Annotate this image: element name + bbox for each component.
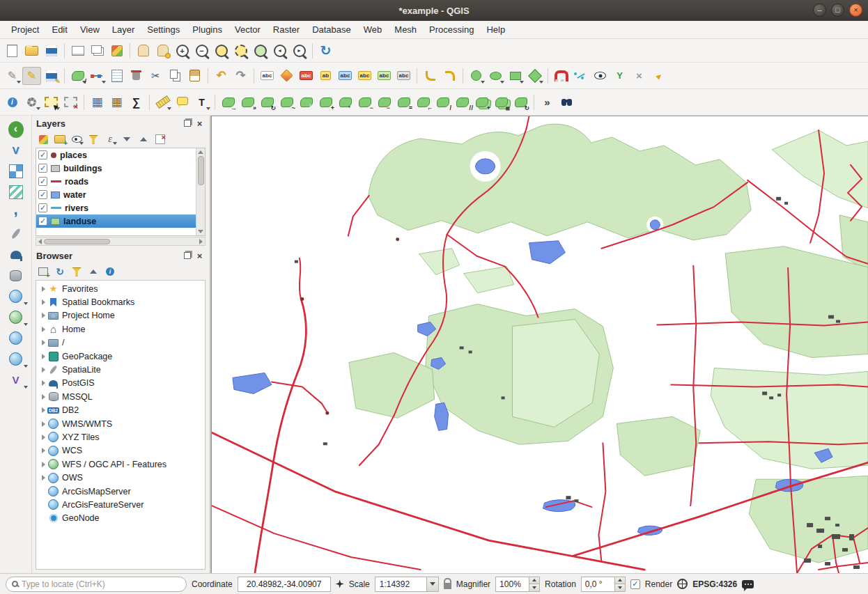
locator-search[interactable] (6, 577, 187, 592)
expander-icon[interactable] (39, 475, 47, 480)
digitize-regular-polygon-icon[interactable] (525, 67, 544, 85)
pin-labels-icon[interactable] (297, 67, 316, 85)
zoom-last-icon[interactable] (270, 42, 289, 60)
crs-icon[interactable] (677, 579, 688, 589)
filter-browser-icon[interactable] (69, 265, 84, 279)
spinner-buttons[interactable] (529, 577, 539, 591)
collapse-all-icon[interactable] (86, 265, 101, 279)
fill-ring-icon[interactable] (336, 93, 355, 111)
digitize-rectangle-icon[interactable] (506, 67, 525, 85)
refresh-map-icon[interactable] (316, 42, 335, 60)
zoom-out-icon[interactable] (192, 42, 211, 60)
menu-raster[interactable]: Raster (268, 22, 305, 37)
layer-checkbox[interactable] (38, 217, 47, 226)
scroll-up-icon[interactable] (198, 150, 203, 154)
run-feature-action-icon[interactable] (22, 93, 41, 111)
menu-database[interactable]: Database (307, 22, 357, 37)
browser-item-project-home[interactable]: Project Home (36, 309, 205, 322)
open-attribute-table-icon[interactable] (88, 93, 107, 111)
toolbar-overflow-icon[interactable] (538, 93, 557, 111)
expand-all-icon[interactable] (119, 132, 134, 146)
style-manager-icon[interactable] (107, 42, 126, 60)
data-source-manager-icon[interactable] (3, 119, 29, 139)
identify-features-icon[interactable] (3, 93, 22, 111)
select-features-icon[interactable] (42, 93, 61, 111)
layer-checkbox[interactable] (38, 203, 47, 212)
expander-icon[interactable] (39, 380, 47, 386)
menu-processing[interactable]: Processing (424, 22, 479, 37)
merge-features-icon[interactable] (472, 93, 491, 111)
digitize-with-segment-icon[interactable] (68, 67, 87, 85)
layer-item-landuse[interactable]: landuse (36, 214, 196, 228)
lock-scale-icon[interactable] (444, 583, 451, 589)
scrollbar-thumb[interactable] (198, 156, 204, 185)
rotate-point-symbols-icon[interactable] (511, 93, 530, 111)
open-project-icon[interactable] (22, 42, 41, 60)
spinner-buttons[interactable] (614, 577, 625, 591)
scroll-down-icon[interactable] (198, 230, 203, 233)
menu-vector[interactable]: Vector (229, 22, 266, 37)
move-label-icon[interactable] (355, 67, 374, 85)
add-xyz-layer-icon[interactable] (3, 349, 29, 369)
scroll-left-icon[interactable] (38, 239, 42, 244)
split-features-icon[interactable] (433, 93, 452, 111)
copy-features-icon[interactable] (166, 67, 185, 85)
add-virtual-layer-icon[interactable] (3, 370, 29, 390)
map-tips-icon[interactable] (173, 93, 192, 111)
add-delimited-text-layer-icon[interactable] (3, 203, 29, 223)
vertex-tool-icon[interactable] (88, 67, 107, 85)
add-wms-layer-icon[interactable] (3, 286, 29, 306)
menu-view[interactable]: View (75, 22, 105, 37)
zoom-to-selection-icon[interactable] (231, 42, 250, 60)
properties-icon[interactable] (102, 265, 118, 279)
map-canvas[interactable] (211, 116, 868, 573)
labeling-options-icon[interactable] (258, 67, 277, 85)
browser-item-favorites[interactable]: Favorites (36, 282, 205, 295)
enable-tracing-icon[interactable] (571, 67, 590, 85)
field-calculator-icon[interactable] (107, 93, 126, 111)
digitize-ellipse-icon[interactable] (486, 67, 505, 85)
copy-move-features-icon[interactable] (238, 93, 257, 111)
rotation-spinbox[interactable]: 0,0 ° (581, 577, 626, 592)
add-selected-layers-icon[interactable] (36, 265, 51, 279)
browser-item-wms[interactable]: WMS/WMTS (36, 417, 205, 430)
deselect-features-icon[interactable] (61, 93, 80, 111)
digitize-circle-icon[interactable] (467, 67, 486, 85)
layers-vertical-scrollbar[interactable] (196, 148, 205, 235)
save-layer-edits-icon[interactable] (42, 67, 61, 85)
show-layout-manager-icon[interactable] (88, 42, 107, 60)
merge-attributes-icon[interactable] (492, 93, 511, 111)
scroll-right-icon[interactable] (199, 239, 203, 244)
zoom-in-icon[interactable] (173, 42, 192, 60)
browser-item-spatial-bookmarks[interactable]: Spatial Bookmarks (36, 295, 205, 308)
filter-by-expression-icon[interactable] (102, 132, 118, 146)
render-checkbox[interactable] (630, 579, 640, 589)
add-spatialite-layer-icon[interactable] (3, 224, 29, 244)
minimize-button[interactable]: – (813, 3, 826, 17)
float-panel-icon[interactable] (182, 118, 192, 129)
expander-icon[interactable] (39, 435, 47, 440)
cross-icon[interactable] (630, 67, 649, 85)
browser-item-wfs[interactable]: WFS / OGC API - Features (36, 458, 205, 471)
browser-item-postgis[interactable]: PostGIS (36, 377, 205, 390)
coordinate-input[interactable] (238, 579, 330, 589)
eye-icon[interactable] (591, 67, 610, 85)
layer-item-roads[interactable]: roads (36, 175, 196, 188)
extents-toggle-icon[interactable] (336, 580, 344, 588)
layer-item-rivers[interactable]: rivers (36, 201, 196, 214)
zoom-to-layer-icon[interactable] (251, 42, 270, 60)
add-part-icon[interactable] (316, 93, 335, 111)
toggle-editing-icon[interactable] (22, 67, 41, 85)
browser-item-ows[interactable]: OWS (36, 471, 205, 484)
zoom-full-icon[interactable] (212, 42, 231, 60)
rotate-feature-icon[interactable] (258, 93, 277, 111)
add-group-icon[interactable] (52, 132, 68, 146)
scrollbar-thumb[interactable] (44, 239, 110, 244)
menu-settings[interactable]: Settings (141, 22, 185, 37)
redo-icon[interactable] (231, 67, 250, 85)
layer-checkbox[interactable] (38, 177, 47, 186)
browser-item-spatialite[interactable]: SpatiaLite (36, 363, 205, 376)
float-panel-icon[interactable] (182, 251, 192, 261)
browser-item-geopackage[interactable]: GeoPackage (36, 350, 205, 363)
coordinate-box[interactable] (238, 577, 331, 592)
